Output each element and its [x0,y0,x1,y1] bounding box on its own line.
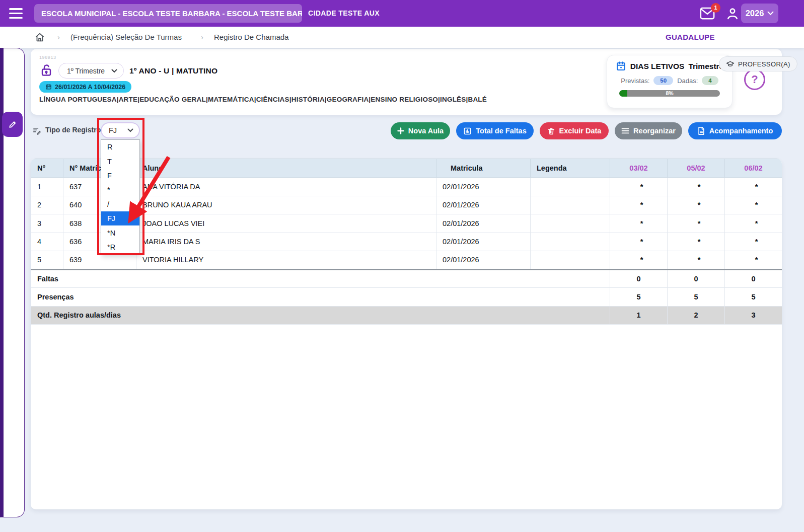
unlock-icon [41,63,52,77]
register-type-dropdown: R T F * / FJ *N *R [101,139,140,255]
col-header-date-3[interactable]: 06/02 [725,159,782,178]
attendance-mark[interactable]: * [610,178,668,196]
button-label: Acompanhamento [709,127,773,135]
button-label: Nova Aula [408,127,444,135]
dropdown-option[interactable]: R [101,140,139,154]
dropdown-option-selected[interactable]: FJ [101,211,139,225]
year-selector[interactable]: 2026 [741,4,778,23]
app-canvas: ESCOLA MUNICIPAL - ESCOLA TESTE BARBARA … [0,0,804,532]
attendance-mark[interactable]: * [668,251,725,270]
qtd-value: 3 [725,306,782,325]
trimester-select[interactable]: 1º Trimestre [58,63,124,79]
faltas-summary-row: Faltas 0 0 0 [31,269,782,288]
attendance-mark[interactable]: * [725,251,782,270]
dropdown-option[interactable]: *N [101,225,139,240]
period-text: 26/01/2026 A 10/04/2026 [55,84,125,91]
col-header-legenda: Legenda [531,159,610,178]
qtd-label: Qtd. Registro aulas/dias [31,306,610,325]
hamburger-menu-icon[interactable] [9,8,23,19]
attendance-mark[interactable]: * [725,233,782,251]
home-icon[interactable] [34,32,45,43]
row-matricula-date: 02/01/2026 [436,178,531,196]
dropdown-option[interactable]: T [101,154,139,168]
row-aluno: MARIA IRIS DA S [136,233,436,251]
row-legenda [531,178,610,196]
help-question-mark: ? [751,73,758,86]
attendance-mark[interactable]: * [610,251,668,270]
user-name: GUADALUPE [666,27,715,48]
register-type-value: FJ [109,126,117,134]
dias-progress-bar: 8% [619,90,720,97]
total-de-faltas-button[interactable]: Total de Faltas [456,122,534,139]
register-type-select[interactable]: FJ [101,122,140,138]
table-row: 3 638 JOAO LUCAS VIEI 02/01/2026 * * * [31,214,782,233]
qtd-registro-row: Qtd. Registro aulas/dias 1 2 3 [31,306,782,325]
col-header-date-2[interactable]: 05/02 [668,159,725,178]
attendance-mark[interactable]: * [610,233,668,251]
breadcrumb-separator: › [201,27,203,48]
mail-badge: 1 [711,3,720,13]
button-label: Reorganizar [633,127,676,135]
presencas-value: 5 [725,288,782,307]
col-header-num: N° [31,159,63,178]
row-num: 5 [31,251,63,270]
attendance-table: N° N° Matrícula Aluno Matricula Legenda … [31,159,782,325]
row-num: 4 [31,233,63,251]
attendance-mark[interactable]: * [668,233,725,251]
attendance-mark[interactable]: * [725,178,782,196]
year-value: 2026 [746,9,764,18]
dadas-label: Dadas: [677,77,698,85]
attendance-mark[interactable]: * [668,214,725,233]
breadcrumb-item-turmas[interactable]: (Frequência) Seleção De Turmas [70,27,182,48]
class-title: 1º ANO - U | MATUTINO [129,66,217,75]
action-buttons-row: Nova Aula Total de Faltas Excluir Data R… [31,122,782,139]
acompanhamento-button[interactable]: Acompanhamento [688,122,782,139]
table-chart-icon [463,127,472,135]
calendar-icon [616,61,626,71]
row-num: 1 [31,178,63,196]
trimester-value: 1º Trimestre [67,67,105,75]
school-selector[interactable]: ESCOLA MUNICIPAL - ESCOLA TESTE BARBARA … [34,4,302,23]
trash-icon [547,127,555,135]
help-icon[interactable]: ? [744,69,765,90]
col-header-matricula: Matricula [436,159,531,178]
row-matricula-date: 02/01/2026 [436,196,531,214]
dias-progress-text: 8% [619,90,720,97]
dropdown-option[interactable]: *R [101,240,139,254]
subjects-list: LÍNGUA PORTUGUESA|ARTE|EDUCAÇÃO GERAL|MA… [39,96,487,103]
row-aluno: BRUNO KAUA ARAU [136,196,436,214]
sidebar-item-active[interactable] [2,112,23,137]
attendance-mark[interactable]: * [610,214,668,233]
city-label: CIDADE TESTE AUX [308,0,380,27]
dias-letivos-card: DIAS LETIVOS Trimestre Previstas: 50 Dad… [607,55,733,108]
dropdown-option[interactable]: F [101,169,139,183]
dropdown-option[interactable]: / [101,197,139,211]
qtd-value: 2 [668,306,725,325]
nova-aula-button[interactable]: Nova Aula [391,122,450,139]
dias-letivos-title: DIAS LETIVOS [630,62,685,71]
user-profile-icon[interactable] [725,6,740,21]
presencas-value: 5 [668,288,725,307]
attendance-mark[interactable]: * [725,214,782,233]
faltas-label: Faltas [31,269,610,288]
attendance-mark[interactable]: * [725,196,782,214]
user-role-label: PROFESSOR(A) [738,60,790,68]
row-aluno: VITORIA HILLARY [136,251,436,270]
excluir-data-button[interactable]: Excluir Data [540,122,609,139]
row-matricula-date: 02/01/2026 [436,251,531,270]
breadcrumb-bar: › (Frequência) Seleção De Turmas › Regis… [0,27,804,48]
attendance-mark[interactable]: * [668,178,725,196]
period-badge: 26/01/2026 A 10/04/2026 [39,81,131,93]
breadcrumb-separator: › [57,27,60,48]
faltas-value: 0 [610,269,668,288]
document-icon [697,126,705,135]
dropdown-option[interactable]: * [101,183,139,197]
button-label: Total de Faltas [476,127,526,135]
attendance-mark[interactable]: * [668,196,725,214]
button-label: Excluir Data [559,127,602,135]
reorganizar-button[interactable]: Reorganizar [615,122,682,139]
col-header-date-1[interactable]: 03/02 [610,159,668,178]
faltas-value: 0 [725,269,782,288]
attendance-mark[interactable]: * [610,196,668,214]
chevron-down-icon [767,11,774,16]
